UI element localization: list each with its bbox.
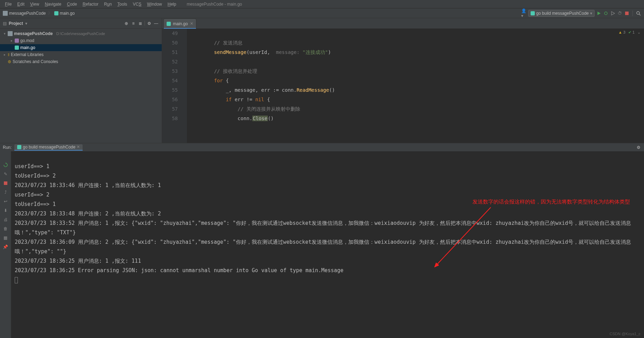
check-badge[interactable]: ✔ 1 bbox=[628, 30, 635, 35]
stop-button[interactable] bbox=[2, 180, 9, 186]
svg-rect-4 bbox=[4, 181, 7, 185]
user-icon[interactable]: 👤▾ bbox=[521, 11, 527, 16]
chevron-down-icon: ▾ bbox=[590, 11, 592, 16]
exit-button[interactable]: ⤴ bbox=[2, 189, 9, 195]
scroll-end-button[interactable]: ⬇ bbox=[2, 207, 9, 214]
menu-code[interactable]: Code bbox=[65, 2, 79, 7]
editor-tab-maingo[interactable]: main.go ✕ bbox=[163, 19, 196, 28]
profile-button[interactable]: ⏱ bbox=[617, 11, 623, 16]
breadcrumb-project[interactable]: messagePushCode bbox=[9, 11, 46, 16]
tree-root-path: D:\Code\messagePushCode bbox=[56, 32, 105, 36]
go-run-icon bbox=[17, 145, 21, 149]
stop-button[interactable] bbox=[624, 11, 630, 16]
run-config-selector[interactable]: go build messagePushCode ▾ bbox=[528, 10, 595, 17]
tree-item-label: go.mod bbox=[20, 38, 34, 43]
menu-file[interactable]: File bbox=[3, 2, 14, 7]
line-gutter: 49505152535455565758 bbox=[162, 29, 181, 143]
close-icon[interactable]: ✕ bbox=[77, 145, 80, 149]
folder-icon bbox=[3, 11, 8, 16]
project-panel-title: Project bbox=[9, 21, 23, 26]
project-tree[interactable]: ▾ messagePushCode D:\Code\messagePushCod… bbox=[0, 29, 162, 151]
soft-wrap-button[interactable]: ↩ bbox=[2, 198, 9, 205]
print-button[interactable]: 🖨 bbox=[2, 216, 9, 223]
menu-edit[interactable]: Edit bbox=[15, 2, 27, 7]
menu-window[interactable]: Window bbox=[145, 2, 164, 7]
fold-gutter bbox=[181, 29, 187, 143]
code-editor[interactable]: 49505152535455565758 // 发送消息 sendMessage… bbox=[162, 29, 644, 143]
chevron-right-icon[interactable]: ▸ bbox=[3, 53, 6, 56]
go-file-icon bbox=[167, 22, 171, 26]
run-tool-window: Run: go build messagePushCode ✕ ⚙ ✎ ⤴ ↩ … bbox=[0, 151, 644, 338]
separator bbox=[632, 11, 633, 16]
menu-help[interactable]: Help bbox=[166, 2, 178, 7]
editor-tab-label: main.go bbox=[173, 21, 188, 26]
tree-item-maingo[interactable]: main.go bbox=[0, 44, 162, 51]
svg-rect-1 bbox=[625, 12, 629, 15]
rerun-button[interactable] bbox=[2, 162, 9, 168]
menu-view[interactable]: View bbox=[28, 2, 41, 7]
go-file-icon bbox=[15, 46, 19, 50]
menu-bar: File Edit View Navigate Code Refactor Ru… bbox=[0, 0, 644, 8]
go-run-icon bbox=[531, 11, 535, 15]
breadcrumb-separator: 〉 bbox=[48, 10, 52, 16]
delete-button[interactable]: 🗑 bbox=[2, 226, 9, 232]
tree-root-name: messagePushCode bbox=[14, 31, 53, 36]
run-label: Run: bbox=[3, 145, 12, 150]
separator bbox=[145, 21, 145, 26]
tree-scratches[interactable]: ⊚ Scratches and Consoles bbox=[0, 58, 162, 65]
project-panel: ▤ Project ▾ ⊕ ≡ ≣ ⚙ — ▾ messagePushCode … bbox=[0, 18, 162, 151]
locate-icon[interactable]: ⊕ bbox=[124, 21, 129, 26]
menu-refactor[interactable]: Refactor bbox=[80, 2, 100, 7]
tree-root[interactable]: ▾ messagePushCode D:\Code\messagePushCod… bbox=[0, 30, 162, 37]
expand-all-icon[interactable]: ≡ bbox=[131, 21, 136, 26]
warning-badge[interactable]: ▲ 3 bbox=[618, 30, 625, 35]
go-file-icon bbox=[15, 39, 19, 43]
run-console[interactable]: userId==> 1toUserId==> 22023/07/23 18:33… bbox=[11, 151, 644, 338]
modify-run-button[interactable]: ✎ bbox=[2, 171, 9, 177]
coverage-button[interactable] bbox=[610, 11, 616, 16]
hide-icon[interactable]: — bbox=[153, 21, 159, 26]
tree-item-label: External Libraries bbox=[11, 52, 43, 57]
chevron-right-icon[interactable]: ▸ bbox=[10, 39, 13, 42]
svg-line-3 bbox=[639, 14, 640, 15]
run-config-label: go build messagePushCode bbox=[536, 11, 589, 16]
gear-icon[interactable]: ⚙ bbox=[636, 145, 641, 150]
menu-run[interactable]: Run bbox=[102, 2, 114, 7]
go-file-icon bbox=[54, 11, 58, 15]
tree-item-gomod[interactable]: ▸ go.mod bbox=[0, 37, 162, 44]
layout-button[interactable]: ▦ bbox=[2, 235, 9, 241]
run-toolbar: ✎ ⤴ ↩ ⬇ 🖨 🗑 ▦ 📌 bbox=[0, 151, 11, 338]
annotation-text: 发送数字的话会报这样的错，因为无法将数字类型转化为结构体类型 bbox=[472, 197, 630, 206]
tree-external-libraries[interactable]: ▸ ⫴ External Libraries bbox=[0, 51, 162, 58]
menu-navigate[interactable]: Navigate bbox=[43, 2, 63, 7]
menu-tools[interactable]: Tools bbox=[115, 2, 129, 7]
search-icon[interactable] bbox=[636, 11, 641, 16]
chevron-down-icon[interactable]: ▾ bbox=[25, 21, 27, 26]
run-tab[interactable]: go build messagePushCode ✕ bbox=[14, 144, 83, 151]
close-icon[interactable]: ✕ bbox=[190, 21, 193, 26]
menu-vcs[interactable]: VCS bbox=[131, 2, 144, 7]
svg-point-2 bbox=[637, 12, 639, 14]
gear-icon[interactable]: ⚙ bbox=[146, 21, 152, 26]
window-title: messagePushCode - main.go bbox=[187, 2, 242, 7]
breadcrumb-file[interactable]: main.go bbox=[60, 11, 75, 16]
editor-tabs: main.go ✕ bbox=[162, 18, 644, 29]
editor-area: main.go ✕ ▲ 3 ✔ 1 ⌄ 49505152535455565758… bbox=[162, 18, 644, 151]
pin-button[interactable]: 📌 bbox=[2, 244, 9, 250]
code-body[interactable]: // 发送消息 sendMessage(userId, message: "连接… bbox=[187, 29, 644, 143]
breadcrumb: messagePushCode 〉 main.go bbox=[3, 10, 75, 16]
tree-item-label: Scratches and Consoles bbox=[13, 59, 58, 64]
libraries-icon: ⫴ bbox=[8, 52, 9, 57]
watermark: CSDN @Koya1_c bbox=[610, 332, 640, 336]
chevron-down-icon[interactable]: ▾ bbox=[3, 32, 6, 35]
nav-bar: messagePushCode 〉 main.go 👤▾ go build me… bbox=[0, 8, 644, 18]
chevron-down-icon[interactable]: ⌄ bbox=[637, 30, 640, 35]
debug-button[interactable] bbox=[603, 11, 609, 16]
run-button[interactable] bbox=[596, 11, 602, 16]
collapse-all-icon[interactable]: ≣ bbox=[138, 21, 143, 26]
scratches-icon: ⊚ bbox=[8, 59, 11, 64]
tree-item-label: main.go bbox=[20, 45, 35, 50]
folder-icon bbox=[8, 31, 13, 36]
run-tab-label: go build messagePushCode bbox=[23, 145, 75, 150]
svg-point-0 bbox=[604, 12, 607, 15]
